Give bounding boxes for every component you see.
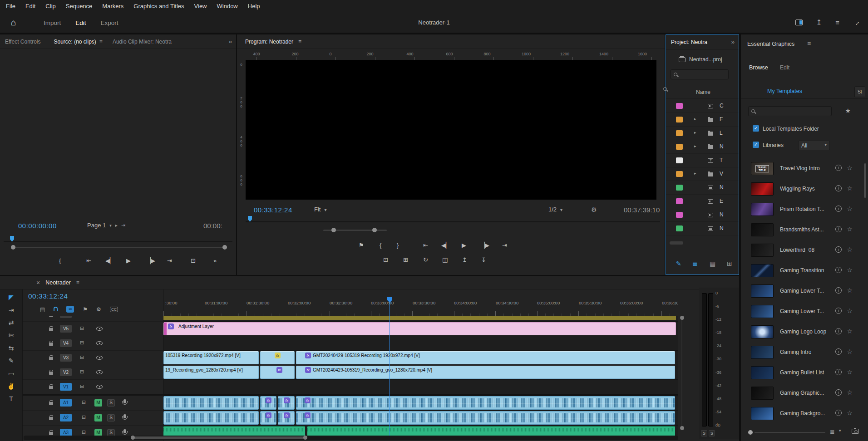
template-item[interactable]: Gaming Logo Loop i ☆ <box>741 322 862 343</box>
label-color-chip[interactable] <box>676 212 683 218</box>
label-color-chip[interactable] <box>676 225 683 231</box>
favorite-star-icon[interactable]: ☆ <box>847 185 853 192</box>
track-lane-v4[interactable] <box>163 336 678 351</box>
timeline-tool[interactable]: ✌ <box>7 383 15 389</box>
audio-clip[interactable] <box>163 411 259 425</box>
mute-button[interactable]: M <box>94 414 102 421</box>
track-lane-a3[interactable] <box>163 426 678 436</box>
label-color-chip[interactable] <box>676 117 683 122</box>
sync-lock-icon[interactable]: ⊟ <box>82 414 86 420</box>
project-item-row[interactable]: N <box>666 208 739 222</box>
transport-button[interactable]: ◀▏ <box>105 257 114 264</box>
template-item[interactable]: Wiggling Rays i ☆ <box>741 179 862 200</box>
project-item-row[interactable]: T <box>666 154 739 167</box>
info-icon[interactable]: i <box>835 165 842 171</box>
transport-button[interactable]: ▕▶ <box>480 242 489 249</box>
label-color-chip[interactable] <box>676 198 683 204</box>
timeline-ruler[interactable]: :30:00 00:31:00:00 00:31:30:00 00:32:00:… <box>163 294 678 316</box>
menu-item[interactable]: Graphics and Titles <box>128 0 189 13</box>
thumbnail-size-slider[interactable] <box>748 430 753 435</box>
menu-item[interactable]: Window <box>212 0 243 13</box>
share-icon[interactable]: ↥ <box>816 18 822 26</box>
project-item-row[interactable]: ▸ L <box>666 127 739 140</box>
video-clip[interactable]: fx GMT20240429-105319_Recording_gvo_1280… <box>296 366 675 379</box>
track-lane-v6[interactable] <box>163 316 678 322</box>
panel-menu-icon[interactable]: ≡ <box>99 39 103 45</box>
info-icon[interactable]: i <box>835 308 842 314</box>
project-item-row[interactable]: ▸ F <box>666 113 739 127</box>
page-next-icon[interactable]: ▸ <box>115 223 118 228</box>
panel-tab[interactable]: Source: (no clips)≡ <box>49 39 107 45</box>
expand-chevron-icon[interactable]: ▸ <box>694 144 696 148</box>
favorite-star-icon[interactable]: ☆ <box>847 287 853 294</box>
program-timecode[interactable]: 00:33:12:24 <box>254 206 292 214</box>
track-target-button[interactable]: V6 <box>60 316 72 318</box>
lock-icon[interactable] <box>49 343 53 346</box>
track-target-button[interactable]: V5 <box>60 325 72 333</box>
page-selector[interactable]: Page 1 ▾ ▸ ⇥ <box>87 222 125 229</box>
chevron-down-icon[interactable]: ▾ <box>839 428 841 433</box>
timeline-tool[interactable]: ⇆ <box>9 345 14 351</box>
zoom-handle-left[interactable] <box>131 436 135 440</box>
info-icon[interactable]: i <box>835 206 842 212</box>
track-target-button[interactable]: A2 <box>60 414 72 421</box>
track-target-button[interactable]: V4 <box>60 339 72 347</box>
info-icon[interactable]: i <box>835 267 842 273</box>
favorite-star-icon[interactable]: ☆ <box>847 246 853 253</box>
program-scrub-track[interactable] <box>246 221 660 222</box>
fit-dropdown[interactable]: Fit▾ <box>314 206 326 213</box>
voiceover-mic-icon[interactable] <box>123 399 126 403</box>
info-icon[interactable]: i <box>835 328 842 334</box>
template-item[interactable]: Brandsmiths Ast... i ☆ <box>741 220 862 240</box>
info-icon[interactable]: i <box>835 410 842 416</box>
favorite-star-icon[interactable]: ☆ <box>847 368 853 376</box>
expand-chevron-icon[interactable]: ▸ <box>694 171 696 176</box>
video-track-header[interactable]: V1 ⊟ <box>23 380 163 394</box>
transport-button[interactable]: { <box>380 242 381 249</box>
toggle-visibility-eye-icon[interactable] <box>96 316 103 316</box>
favorite-star-icon[interactable]: ☆ <box>847 225 853 233</box>
project-item-row[interactable]: N <box>666 222 739 235</box>
expand-chevron-icon[interactable]: ▸ <box>694 130 696 135</box>
audio-clip[interactable]: fx <box>260 411 276 425</box>
menu-item[interactable]: Clip <box>40 0 60 13</box>
favorite-star-icon[interactable]: ☆ <box>847 266 853 274</box>
video-track-header[interactable]: V5 ⊟ <box>23 322 163 336</box>
video-clip[interactable]: fx <box>260 351 295 364</box>
info-icon[interactable]: i <box>835 287 842 294</box>
favorite-star-icon[interactable]: ☆ <box>847 328 853 335</box>
toggle-visibility-eye-icon[interactable] <box>96 341 103 345</box>
audio-track-header[interactable]: A3 ⊟ M S <box>23 426 163 436</box>
transport-button[interactable]: ⚑ <box>359 242 364 249</box>
transport-button[interactable]: ↧ <box>481 256 486 263</box>
favorite-star-icon[interactable]: ☆ <box>847 389 853 396</box>
project-item-row[interactable]: ▸ V <box>666 167 739 181</box>
meter-solo-right[interactable]: S <box>709 430 715 436</box>
hamburger-icon[interactable]: ≡ <box>835 19 839 26</box>
resolution-dropdown[interactable]: 1/2▾ <box>548 206 562 213</box>
favorite-star-icon[interactable]: ☆ <box>847 307 853 314</box>
transport-button[interactable]: ⊞ <box>403 256 408 263</box>
track-target-button[interactable]: A3 <box>60 429 72 436</box>
track-target-button[interactable]: V3 <box>60 354 72 362</box>
program-video-preview[interactable] <box>246 60 656 200</box>
template-item[interactable]: Gaming Transition i ☆ <box>741 261 862 281</box>
project-footer-icon[interactable]: ⊞ <box>727 260 732 267</box>
timeline-tool[interactable]: ▭ <box>8 370 14 377</box>
favorite-star-icon[interactable]: ☆ <box>847 348 853 355</box>
track-target-button[interactable]: V1 <box>60 383 72 391</box>
template-item[interactable]: Gaming Lower T... i ☆ <box>741 281 862 302</box>
track-lane-v1[interactable] <box>163 380 678 394</box>
snap-icon[interactable] <box>54 306 58 313</box>
scroll-handle[interactable] <box>680 316 684 320</box>
timeline-tool[interactable]: ◤ <box>9 294 14 300</box>
sync-lock-icon[interactable]: ⊟ <box>80 340 84 346</box>
slider-track[interactable] <box>755 432 825 433</box>
solo-button[interactable]: S <box>107 414 115 421</box>
menu-item[interactable]: Help <box>243 0 265 13</box>
scroll-thumb[interactable] <box>133 436 306 439</box>
close-icon[interactable]: × <box>36 279 40 286</box>
tab-overflow-icon[interactable]: » <box>225 38 236 45</box>
sync-lock-icon[interactable]: ⊟ <box>80 316 84 317</box>
project-footer-icon[interactable]: ✎ <box>676 260 681 267</box>
